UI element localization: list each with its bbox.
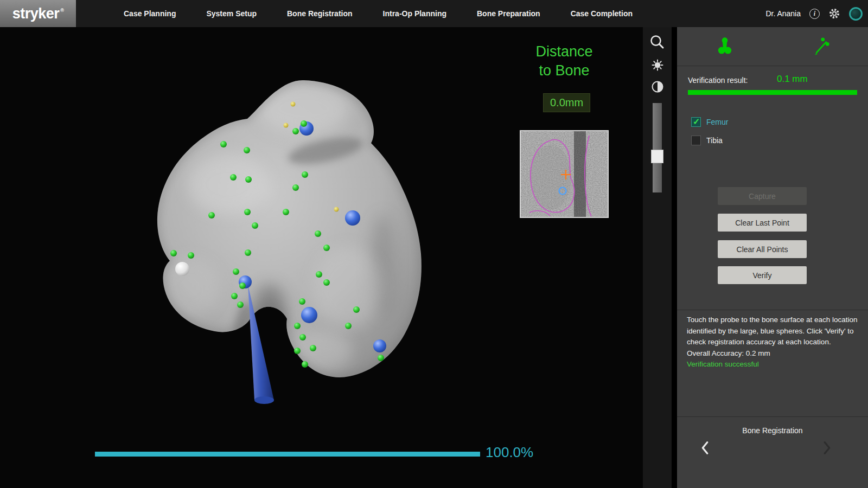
info-icon[interactable]: i	[809, 9, 820, 19]
previous-step-chevron[interactable]	[695, 438, 715, 458]
next-step-chevron[interactable]	[817, 438, 837, 458]
clear-all-points-button[interactable]: Clear All Points	[718, 240, 807, 258]
femur-bone-model	[157, 80, 422, 377]
panel-divider	[677, 66, 868, 66]
viewport-3d: Distance to Bone 0.0mm	[0, 27, 643, 488]
nav-system-setup[interactable]: System Setup	[206, 9, 257, 18]
capture-button[interactable]: Capture	[718, 187, 807, 205]
user-name: Dr. Anania	[765, 9, 801, 18]
verification-result-label: Verification result:	[688, 76, 748, 85]
registration-progress-fill	[95, 452, 480, 457]
stryker-logo-text: stryker	[12, 5, 60, 22]
checkbox-femur[interactable]: Femur	[691, 117, 728, 127]
zoom-slider-track[interactable]	[653, 103, 662, 192]
registration-progress-value: 100.0%	[486, 444, 533, 461]
instruction-text-block: Touch the probe to the bone surface at e…	[687, 314, 861, 370]
stryker-logo: stryker®	[0, 0, 76, 27]
current-step-label: Bone Registration	[677, 426, 868, 435]
verification-status-text: Verification successful	[687, 359, 861, 370]
brightness-icon[interactable]	[648, 55, 667, 74]
instruction-text: Touch the probe to the bone surface at e…	[687, 314, 861, 348]
verify-button[interactable]: Verify	[718, 266, 807, 284]
nav-case-planning[interactable]: Case Planning	[124, 9, 176, 18]
probe-pointer-icon[interactable]	[773, 27, 868, 65]
settings-gear-icon[interactable]	[828, 8, 840, 20]
overall-accuracy-text: Overall Accuracy: 0.2 mm	[687, 348, 861, 359]
checkbox-tibia[interactable]: Tibia	[691, 136, 723, 145]
ct-slice-inset	[520, 130, 609, 218]
tibia-checkbox-label: Tibia	[706, 136, 723, 145]
panel-divider	[677, 416, 868, 417]
femur-checkbox-label: Femur	[706, 118, 728, 126]
topbar-right-cluster: Dr. Anania i	[765, 0, 863, 27]
panel-divider	[677, 310, 868, 310]
registration-progress-bar	[95, 452, 480, 457]
view-toolbar	[643, 27, 672, 488]
verification-result-value: 0.1 mm	[777, 74, 808, 85]
femur-checkbox-box[interactable]	[691, 117, 701, 127]
app-window: stryker® Case Planning System Setup Bone…	[0, 0, 868, 488]
panel-mode-icons	[677, 27, 868, 65]
right-panel: Verification result: 0.1 mm Femur Tibia …	[677, 27, 868, 488]
distance-value-box: 0.0mm	[543, 93, 590, 112]
nav-intra-op-planning[interactable]: Intra-Op Planning	[383, 9, 446, 18]
nav-bone-preparation[interactable]: Bone Preparation	[477, 9, 540, 18]
verification-accuracy-bar	[688, 90, 857, 95]
zoom-magnifier-icon[interactable]	[648, 33, 667, 52]
top-nav-bar: stryker® Case Planning System Setup Bone…	[0, 0, 868, 27]
nav-bone-registration[interactable]: Bone Registration	[287, 9, 353, 18]
clear-last-point-button[interactable]: Clear Last Point	[718, 214, 807, 232]
registered-mark: ®	[60, 8, 63, 13]
workflow-nav: Case Planning System Setup Bone Registra…	[124, 0, 633, 27]
tibia-checkbox-box[interactable]	[691, 136, 701, 145]
contrast-icon[interactable]	[648, 77, 667, 96]
nav-case-completion[interactable]: Case Completion	[571, 9, 633, 18]
status-ring-icon[interactable]	[849, 7, 863, 21]
distance-to-bone-label: Distance to Bone	[515, 42, 613, 80]
femur-bone-icon[interactable]	[677, 27, 773, 65]
zoom-slider-handle[interactable]	[651, 150, 663, 163]
